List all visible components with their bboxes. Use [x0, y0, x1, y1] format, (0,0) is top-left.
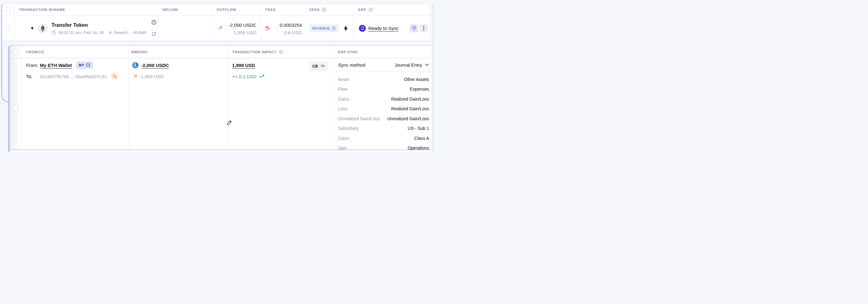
to-label: To: — [26, 74, 40, 79]
row-group-border — [1, 41, 9, 102]
impact-change: +< 0.1 USD — [232, 74, 256, 79]
unknown-counterparty-icon[interactable]: ? — [111, 72, 118, 80]
erp-mapping-row: Dprt. Operations — [338, 145, 429, 151]
from-wallet-link[interactable]: My ETH Wallet — [40, 63, 72, 68]
tags-cell: REVENUE — [306, 16, 353, 41]
column-divider — [330, 46, 331, 150]
kebab-menu-button[interactable] — [420, 24, 428, 32]
transaction-id-cell: Transfer Token 08:52:11 am, Feb 18, 26 #… — [14, 16, 158, 41]
erp-mapping-row: Flow Expenses — [338, 86, 429, 92]
erp-mapping-row: Class Class A — [338, 135, 429, 142]
outflow-fiat: 1,999 USD — [229, 30, 256, 36]
column-header-from-to: FROM/TO — [26, 46, 44, 58]
amount-fiat: 1,999 USD — [141, 74, 163, 79]
ethereum-icon — [38, 23, 48, 33]
collapse-caret-icon[interactable] — [31, 27, 34, 30]
outflow-arrow-icon — [133, 74, 137, 79]
column-header-tags[interactable]: TAGS — [306, 4, 353, 15]
tag-label: REVENUE — [312, 27, 330, 30]
column-header-erp[interactable]: ERP — [353, 4, 431, 15]
from-row: From: My ETH Wallet MY — [26, 61, 93, 69]
erp-status-link[interactable]: Ready to Sync — [368, 26, 399, 31]
select-all-checkbox[interactable] — [6, 7, 10, 12]
erp-mapping-row: Gains Realized Gain/Loss — [338, 96, 429, 102]
trend-up-icon — [258, 74, 265, 79]
erp-cell: Ready to Sync — [353, 16, 431, 41]
fee-amount: ·0.0003254 — [278, 22, 302, 28]
transaction-title-block: Transfer Token 08:52:11 am, Feb 18, 26 #… — [52, 22, 146, 35]
inflow-cell — [158, 16, 212, 41]
table-header-row: TRANSACTION ID/NAME INFLOW OUTFLOW FEES … — [2, 4, 431, 16]
transaction-detail-subtable: FROM/TO AMOUNT TRANSACTION IMPACT ERP SY… — [8, 45, 431, 150]
cost-basis-button[interactable]: CB — [310, 62, 328, 71]
column-divider — [129, 46, 129, 150]
column-divider — [21, 46, 22, 150]
filter-button[interactable] — [410, 24, 418, 32]
eye-icon — [320, 64, 325, 68]
fees-cell: ·0.0003254 0.6 USD — [261, 16, 306, 41]
transaction-hash[interactable]: 0xee44 ... 454b6f — [114, 30, 146, 35]
erp-sync-method-row: Sync method Journal Entry — [338, 61, 429, 68]
info-icon — [332, 26, 336, 30]
transactions-screen: TRANSACTION ID/NAME INFLOW OUTFLOW FEES … — [0, 0, 434, 152]
svg-text:$: $ — [134, 63, 136, 67]
erp-mapping-row: Unrealized Gain/Loss Unrealized Gain/Los… — [338, 115, 429, 122]
amount-crypto-link[interactable]: -2,000 USDC — [141, 63, 169, 68]
impact-value-link[interactable]: 1,999 USD — [232, 63, 255, 68]
cost-basis-label: CB — [312, 64, 318, 68]
column-divider — [227, 46, 227, 150]
column-header-inflow[interactable]: INFLOW — [158, 4, 212, 15]
transaction-row-checkbox[interactable] — [6, 26, 10, 31]
movement-row-checkbox[interactable] — [13, 105, 18, 111]
wallet-icon — [86, 63, 90, 67]
info-icon[interactable] — [151, 20, 156, 25]
external-link-icon[interactable] — [151, 31, 156, 36]
column-header-transaction-id[interactable]: TRANSACTION ID/NAME — [14, 4, 158, 15]
my-wallet-badge: MY — [76, 61, 93, 69]
outflow-cell: -2,000 USDC 1,999 USD — [212, 16, 261, 41]
to-row: To: 0x1fa57f8794 ... 0aa56a507c31 ? — [26, 72, 118, 81]
subtable-select-all-checkbox[interactable] — [13, 50, 18, 55]
amount-fiat-row: 1,999 USD — [133, 72, 163, 81]
outflow-arrow-icon — [218, 26, 223, 31]
next-row-strip — [10, 151, 431, 152]
erp-panel-divider — [334, 71, 431, 72]
outflow-amount: -2,000 USDC — [229, 22, 256, 28]
usdc-icon: $ — [132, 62, 138, 68]
impact-change-row: +< 0.1 USD — [232, 72, 265, 81]
transaction-name[interactable]: Transfer Token — [52, 22, 146, 28]
erp-mapping-row: Loss Realized Gain/Loss — [338, 105, 429, 112]
impact-row: 1,999 USD — [232, 61, 255, 69]
erp-mapping-row: Asset Other Assets — [338, 76, 429, 83]
column-header-erp-sync: ERP SYNC — [338, 46, 358, 58]
transaction-time: 08:52:11 am, Feb 18, 26 — [58, 30, 104, 35]
column-header-fees[interactable]: FEES — [261, 4, 306, 15]
info-icon[interactable] — [369, 7, 373, 12]
fee-fiat: 0.6 USD — [278, 30, 302, 36]
sync-icon — [359, 25, 366, 32]
edit-pencil-icon[interactable] — [226, 120, 232, 125]
info-icon[interactable] — [322, 7, 326, 12]
column-header-transaction-impact: TRANSACTION IMPACT — [232, 46, 283, 58]
chevron-down-icon — [425, 64, 429, 66]
to-address[interactable]: 0x1fa57f8794 ... 0aa56a507c31 — [40, 74, 107, 79]
svg-text:?: ? — [115, 76, 116, 78]
sync-method-select[interactable]: Journal Entry — [395, 62, 429, 68]
column-header-outflow[interactable]: OUTFLOW — [212, 4, 261, 15]
automation-lightning-icon[interactable] — [343, 25, 349, 32]
column-header-amount: AMOUNT — [131, 46, 148, 58]
transaction-meta: 08:52:11 am, Feb 18, 26 # 0xee44 ... 454… — [52, 30, 146, 35]
from-label: From: — [26, 63, 40, 68]
tag-badge-revenue[interactable]: REVENUE — [309, 24, 339, 32]
subtable-header-row: FROM/TO AMOUNT TRANSACTION IMPACT ERP SY… — [10, 46, 431, 58]
hash-icon: # — [109, 30, 112, 35]
transaction-summary: Transfer Token 08:52:11 am, Feb 18, 26 #… — [31, 16, 146, 41]
transaction-row[interactable]: Transfer Token 08:52:11 am, Feb 18, 26 #… — [2, 16, 431, 41]
gas-pump-icon — [265, 26, 270, 31]
erp-mapping-row: Subsidiary US - Sub 1 — [338, 125, 429, 132]
info-icon[interactable] — [279, 50, 283, 54]
panel-right-edge — [433, 4, 433, 152]
amount-row: $ -2,000 USDC — [132, 61, 169, 69]
erp-row-label: Sync method — [338, 62, 366, 68]
transactions-table: TRANSACTION ID/NAME INFLOW OUTFLOW FEES … — [1, 4, 431, 41]
